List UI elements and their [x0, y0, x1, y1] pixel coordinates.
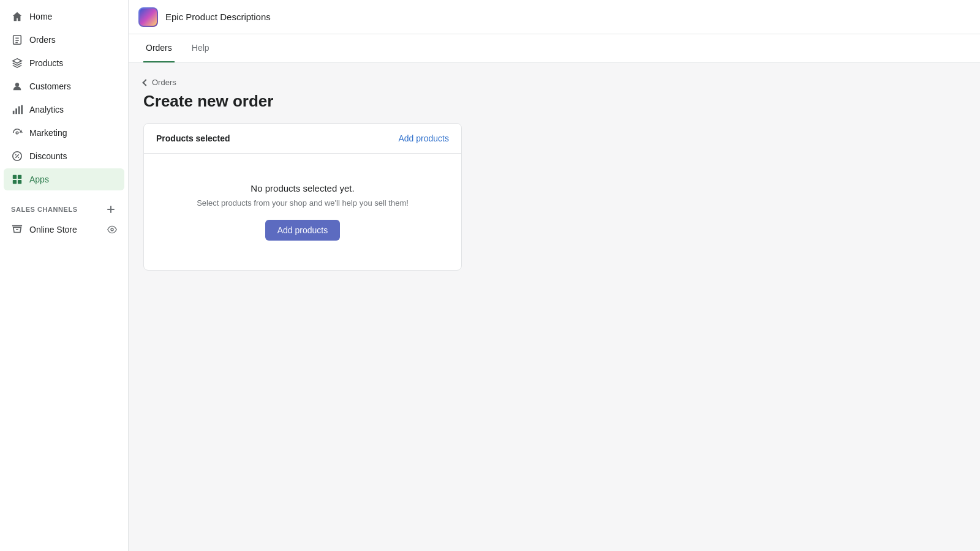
svg-point-9: [18, 157, 19, 158]
online-store-icon: [11, 223, 23, 236]
sidebar-item-apps-label: Apps: [29, 174, 49, 184]
svg-rect-10: [13, 175, 17, 179]
analytics-icon: [11, 103, 23, 116]
home-icon: [11, 10, 23, 23]
page-content: Orders Create new order Products selecte…: [129, 63, 980, 551]
svg-point-8: [15, 154, 17, 156]
page-title: Create new order: [143, 92, 965, 111]
sidebar-item-customers[interactable]: Customers: [4, 75, 124, 97]
card-body: No products selected yet. Select product…: [144, 154, 461, 270]
sidebar-item-apps[interactable]: Apps: [4, 168, 124, 190]
breadcrumb-chevron-icon: [142, 79, 149, 86]
add-products-header-link[interactable]: Add products: [399, 133, 450, 143]
tab-orders[interactable]: Orders: [143, 34, 175, 62]
card-header: Products selected Add products: [144, 124, 461, 154]
svg-rect-12: [13, 180, 17, 184]
sidebar-item-home[interactable]: Home: [4, 6, 124, 28]
breadcrumb-label: Orders: [152, 78, 176, 87]
discounts-icon: [11, 150, 23, 162]
online-store-eye-icon: [107, 225, 117, 234]
sidebar-item-marketing[interactable]: Marketing: [4, 122, 124, 144]
add-sales-channel-button[interactable]: [105, 203, 117, 216]
svg-rect-13: [18, 180, 21, 184]
svg-rect-2: [13, 111, 15, 114]
sidebar-item-orders-label: Orders: [29, 35, 56, 45]
main-content: Epic Product Descriptions Orders Help Or…: [129, 0, 980, 551]
sidebar-item-discounts-label: Discounts: [29, 151, 67, 161]
app-title: Epic Product Descriptions: [165, 12, 271, 22]
svg-point-6: [16, 132, 18, 134]
add-products-button[interactable]: Add products: [265, 220, 341, 241]
tab-help[interactable]: Help: [189, 34, 212, 62]
sidebar-item-analytics[interactable]: Analytics: [4, 99, 124, 121]
sidebar-item-analytics-label: Analytics: [29, 105, 64, 114]
sidebar-item-home-label: Home: [29, 12, 52, 21]
sidebar-item-products[interactable]: Products: [4, 52, 124, 74]
sales-channels-label: SALES CHANNELS: [11, 206, 78, 213]
sidebar-item-products-label: Products: [29, 58, 63, 68]
sidebar: Home Orders Products Customers: [0, 0, 129, 551]
svg-rect-5: [21, 105, 23, 114]
breadcrumb[interactable]: Orders: [143, 78, 965, 87]
card-header-title: Products selected: [156, 133, 230, 143]
svg-point-1: [15, 83, 19, 86]
svg-point-14: [111, 228, 113, 231]
sidebar-item-orders[interactable]: Orders: [4, 29, 124, 51]
tabs-bar: Orders Help: [129, 34, 980, 63]
sales-channels-header: SALES CHANNELS: [0, 196, 128, 218]
topbar: Epic Product Descriptions: [129, 0, 980, 34]
empty-state-title: No products selected yet.: [251, 183, 354, 193]
products-icon: [11, 57, 23, 69]
apps-icon: [11, 173, 23, 186]
online-store-label: Online Store: [29, 225, 77, 234]
products-selected-card: Products selected Add products No produc…: [143, 123, 462, 271]
app-logo: [138, 7, 158, 27]
customers-icon: [11, 80, 23, 92]
sidebar-item-customers-label: Customers: [29, 81, 71, 91]
sidebar-item-discounts[interactable]: Discounts: [4, 145, 124, 167]
svg-rect-3: [15, 108, 17, 114]
svg-rect-4: [18, 107, 20, 114]
svg-rect-11: [18, 175, 21, 179]
marketing-icon: [11, 127, 23, 139]
sidebar-item-marketing-label: Marketing: [29, 128, 67, 138]
sidebar-item-online-store[interactable]: Online Store: [4, 219, 124, 241]
orders-icon: [11, 34, 23, 46]
empty-state-desc: Select products from your shop and we'll…: [197, 198, 409, 208]
